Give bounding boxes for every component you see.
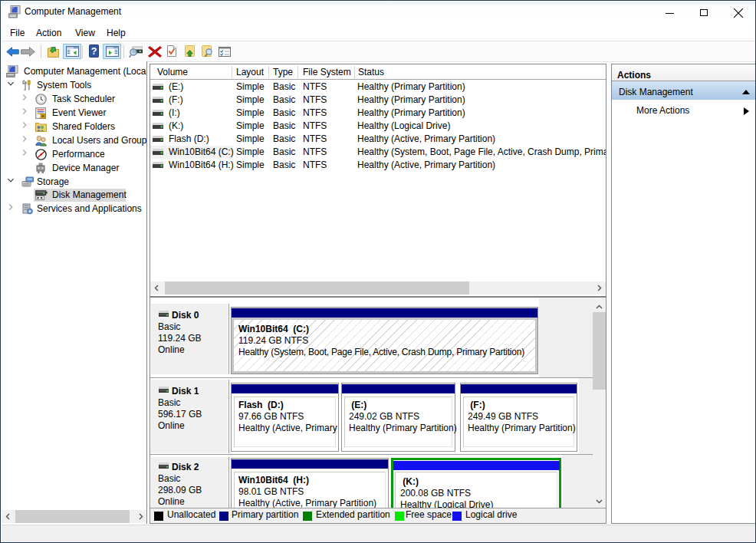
svg-text:?: ?	[91, 46, 97, 57]
